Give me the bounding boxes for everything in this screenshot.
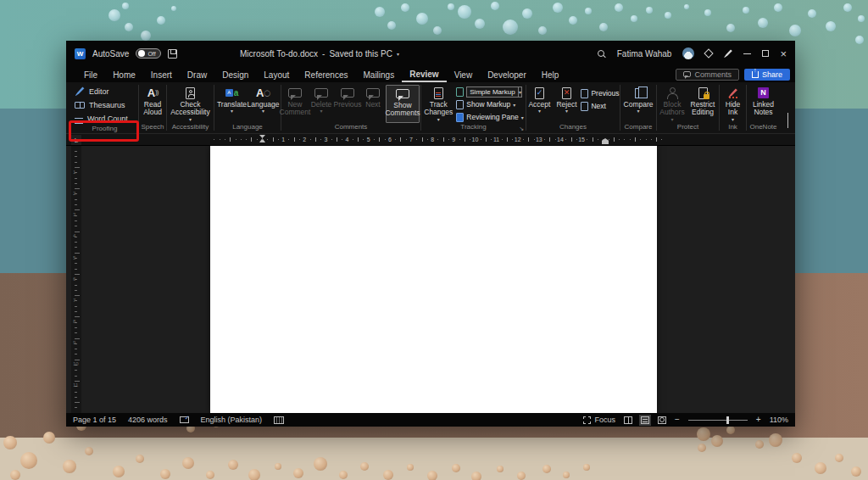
ruler-tick xyxy=(75,376,77,377)
accept-button[interactable]: ✓ Accept ▾ xyxy=(526,85,552,123)
user-name[interactable]: Fatima Wahab xyxy=(617,49,672,59)
ruler-tick xyxy=(75,232,80,232)
previous-change-button[interactable]: Previous xyxy=(581,87,619,99)
print-layout-button[interactable] xyxy=(641,416,649,424)
bubble xyxy=(314,457,327,471)
tab-insert[interactable]: Insert xyxy=(143,66,180,82)
zoom-slider-thumb[interactable] xyxy=(726,416,729,424)
document-page[interactable] xyxy=(210,146,657,413)
zoom-in-button[interactable]: + xyxy=(756,416,761,424)
linked-notes-button[interactable]: N Linked Notes xyxy=(749,85,778,123)
ruler-number: 9 xyxy=(73,340,75,345)
editor-label: Editor xyxy=(89,87,109,96)
share-button[interactable]: Share xyxy=(744,69,790,81)
tab-mailings[interactable]: Mailings xyxy=(355,66,402,82)
reject-button[interactable]: ✕ Reject ▾ xyxy=(554,85,578,123)
ruler-number: 9 xyxy=(452,137,455,142)
delete-comment-button[interactable]: Delete ▾ xyxy=(310,85,332,123)
tab-references[interactable]: References xyxy=(297,66,355,82)
tab-developer[interactable]: Developer xyxy=(480,66,534,82)
ribbon-group-changes: ✓ Accept ▾ ✕ Reject ▾ Previous xyxy=(526,82,620,133)
group-label-language: Language xyxy=(214,123,281,133)
ruler-number: 3 xyxy=(73,212,75,217)
collapse-ribbon-button[interactable] xyxy=(787,113,788,128)
language-button[interactable]: A◯ Language ▾ xyxy=(249,85,278,123)
translate-button[interactable]: Aa Translate ▾ xyxy=(218,85,247,123)
ruler-tick xyxy=(528,137,529,142)
tab-review[interactable]: Review xyxy=(402,66,446,82)
chevron-down-icon: ▾ xyxy=(538,109,541,114)
bubble xyxy=(569,16,577,25)
bubble xyxy=(113,466,125,477)
language-indicator[interactable]: English (Pakistan) xyxy=(201,416,263,424)
reviewing-pane-icon xyxy=(456,113,464,122)
thesaurus-icon xyxy=(75,102,85,109)
show-markup-button[interactable]: Show Markup ▾ xyxy=(456,98,523,110)
check-accessibility-button[interactable]: Check Accessibility ▾ xyxy=(169,85,213,123)
next-change-button[interactable]: Next xyxy=(581,100,619,112)
ruler-tick xyxy=(379,137,380,142)
editor-button[interactable]: Editor xyxy=(75,85,138,98)
proofing-status[interactable] xyxy=(180,416,189,423)
minimize-button[interactable] xyxy=(743,53,751,54)
keyboard-indicator[interactable] xyxy=(274,416,284,424)
ruler-tick xyxy=(251,137,252,142)
track-changes-button[interactable]: Track Changes ▾ xyxy=(423,85,453,123)
ruler-tick xyxy=(437,139,438,140)
ruler-tick xyxy=(422,137,423,142)
read-mode-button[interactable] xyxy=(624,416,632,424)
ruler-tick xyxy=(656,137,657,142)
ribbon-group-language: Aa Translate ▾ A◯ Language ▾ Language xyxy=(214,82,281,133)
autosave-toggle[interactable]: Off xyxy=(136,48,161,59)
focus-mode-button[interactable]: Focus xyxy=(583,416,615,424)
compare-button[interactable]: Compare ▾ xyxy=(622,85,654,123)
zoom-slider[interactable] xyxy=(688,420,748,421)
web-layout-button[interactable] xyxy=(658,416,666,424)
tracking-dialog-launcher[interactable]: ↘ xyxy=(519,126,524,132)
rewards-diamond-icon[interactable] xyxy=(704,48,714,58)
show-comments-button[interactable]: Show Comments xyxy=(386,85,420,123)
ruler-tick xyxy=(486,137,487,142)
ruler-tick xyxy=(257,139,258,140)
markup-mode-select[interactable]: Simple Markup ▾ xyxy=(466,87,522,98)
restrict-editing-button[interactable]: Restrict Editing xyxy=(688,85,717,123)
tab-draw[interactable]: Draw xyxy=(180,66,214,82)
ruler-number: 10 xyxy=(73,361,79,366)
zoom-out-button[interactable]: − xyxy=(675,416,680,424)
tab-file[interactable]: File xyxy=(76,66,105,82)
bubble xyxy=(758,18,768,28)
ruler-tick xyxy=(603,139,604,140)
tab-layout[interactable]: Layout xyxy=(256,66,297,82)
comments-button[interactable]: Comments xyxy=(676,69,739,81)
ruler-number: 1 xyxy=(281,137,285,142)
tab-help[interactable]: Help xyxy=(534,66,567,82)
word-count-indicator[interactable]: 4206 words xyxy=(128,416,168,424)
tab-view[interactable]: View xyxy=(447,66,481,82)
ruler-tick xyxy=(481,139,481,140)
thesaurus-button[interactable]: Thesaurus xyxy=(75,98,138,111)
next-comment-button[interactable]: Next xyxy=(363,85,383,123)
zoom-level[interactable]: 110% xyxy=(770,416,788,424)
tab-design[interactable]: Design xyxy=(214,66,256,82)
reviewing-pane-button[interactable]: Reviewing Pane ▾ xyxy=(456,111,523,123)
avatar[interactable] xyxy=(682,47,694,59)
document-title-group[interactable]: Microsoft To-do.docx - Saved to this PC … xyxy=(240,49,399,59)
search-icon[interactable] xyxy=(597,49,606,59)
show-comments-label: Show Comments xyxy=(385,102,420,118)
vertical-ruler[interactable]: 1234567891011 xyxy=(71,146,81,413)
horizontal-ruler[interactable]: L 123456789101112131415 xyxy=(66,134,795,146)
save-icon[interactable] xyxy=(168,49,177,59)
word-logo-icon: W xyxy=(75,48,86,59)
tab-home[interactable]: Home xyxy=(105,66,143,82)
previous-comment-button[interactable]: Previous xyxy=(335,85,360,123)
page-indicator[interactable]: Page 1 of 15 xyxy=(73,416,116,424)
close-button[interactable]: × xyxy=(780,48,787,59)
draw-pen-icon[interactable] xyxy=(723,49,732,59)
read-aloud-button[interactable]: A)) Read Aloud xyxy=(139,85,166,123)
block-authors-button[interactable]: Block Authors ▾ xyxy=(659,85,686,123)
hide-ink-button[interactable]: Hide Ink ▾ xyxy=(721,85,745,123)
new-comment-button[interactable]: New Comment xyxy=(282,85,308,123)
maximize-button[interactable] xyxy=(762,50,769,57)
check-icon: ✓ xyxy=(537,89,543,97)
combo-arrow[interactable]: ▾ xyxy=(518,87,522,97)
